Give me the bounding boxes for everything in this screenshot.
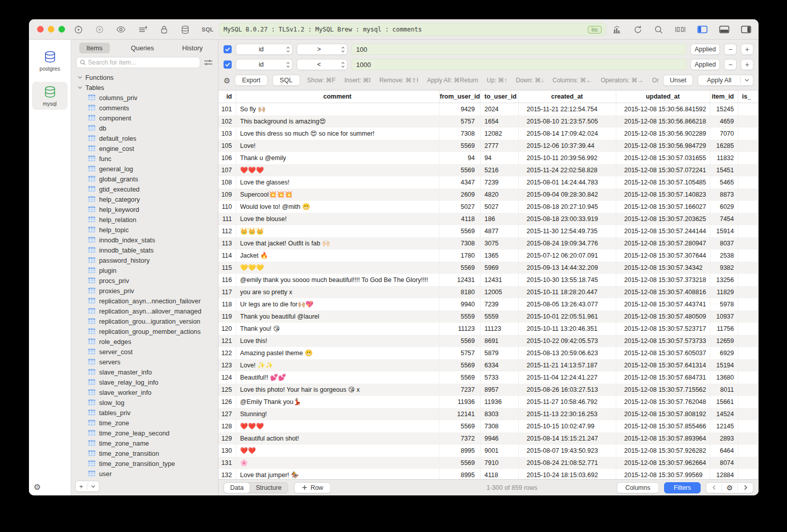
- cell[interactable]: 7308: [480, 420, 518, 432]
- cell[interactable]: 5569: [439, 371, 480, 384]
- cell[interactable]: Thank you! 😘: [236, 323, 439, 335]
- search-input[interactable]: Search for item...: [76, 57, 200, 68]
- tab-queries[interactable]: Queries: [123, 43, 161, 53]
- cell[interactable]: [738, 359, 759, 371]
- cell[interactable]: Beautiful action shot!: [236, 432, 439, 445]
- sidebar-table-item[interactable]: innodb_index_stats: [71, 235, 218, 245]
- table-row[interactable]: 132Love that jumper! 🏇899541182015-10-24…: [218, 469, 759, 480]
- column-header[interactable]: comment: [236, 90, 439, 103]
- table-row[interactable]: 126@Emily Thank you💃🏻11936119362015-11-2…: [218, 396, 759, 408]
- sidebar-table-item[interactable]: time_zone: [71, 418, 218, 428]
- cell[interactable]: Amazing pastel theme 😬: [236, 347, 439, 359]
- cell[interactable]: 2015-08-24 19:09:34.776: [518, 237, 616, 249]
- cell[interactable]: 2015-12-08 15:30:57.605037: [616, 347, 710, 359]
- sidebar-table-item[interactable]: time_zone_transition: [71, 448, 218, 458]
- cell[interactable]: 5978: [710, 298, 738, 310]
- sidebar-table-item[interactable]: default_roles: [71, 133, 218, 143]
- cell[interactable]: So fly 🙌🏼: [236, 103, 439, 115]
- toggle-bottom-panel-icon[interactable]: [719, 25, 730, 34]
- preview-eye-icon[interactable]: [116, 24, 126, 35]
- cell[interactable]: [738, 237, 759, 249]
- cell[interactable]: [738, 445, 759, 457]
- cell[interactable]: 125: [218, 384, 236, 396]
- cell[interactable]: Love this photo! Your hair is gorgeous 😘…: [236, 384, 439, 396]
- tab-history[interactable]: History: [175, 43, 210, 53]
- cell[interactable]: 121: [218, 335, 236, 347]
- cell[interactable]: 🌸: [236, 457, 439, 469]
- cell[interactable]: 14524: [710, 408, 738, 420]
- cell[interactable]: 107: [218, 164, 236, 176]
- cell[interactable]: 103: [218, 128, 236, 140]
- sidebar-table-item[interactable]: proxies_priv: [71, 286, 218, 296]
- cell[interactable]: Love the blouse!: [236, 213, 439, 225]
- table-row[interactable]: 112👑👑👑556948772015-11-30 12:54:49.735201…: [218, 225, 759, 237]
- cell[interactable]: 4659: [710, 115, 738, 128]
- minimize-window-button[interactable]: [48, 26, 54, 33]
- cell[interactable]: [738, 469, 759, 480]
- structure-list-icon[interactable]: [138, 25, 148, 34]
- prev-page-button[interactable]: [706, 483, 721, 493]
- cell[interactable]: 114: [218, 249, 236, 262]
- table-row[interactable]: 119Thank you beautiful @laurel5559555920…: [218, 310, 759, 323]
- cell[interactable]: 2015-10-24 18:15:03.692: [518, 469, 616, 480]
- cell[interactable]: [738, 286, 759, 298]
- table-row[interactable]: 108Love the glasses!434772392015-08-01 1…: [218, 176, 759, 189]
- cell[interactable]: 13256: [710, 274, 738, 286]
- cell[interactable]: 8011: [710, 384, 738, 396]
- cell[interactable]: [738, 371, 759, 384]
- cell[interactable]: 1365: [480, 249, 518, 262]
- cell[interactable]: 5569: [439, 457, 480, 469]
- sidebar-table-item[interactable]: innodb_table_stats: [71, 245, 218, 255]
- cell[interactable]: 5969: [480, 262, 518, 274]
- column-header[interactable]: is_: [738, 90, 759, 103]
- cell[interactable]: 101: [218, 103, 236, 115]
- cell[interactable]: 2015-08-05 13:26:43.077: [518, 298, 616, 310]
- cell[interactable]: @Emily Thank you💃🏻: [236, 396, 439, 408]
- applied-button[interactable]: Applied: [690, 44, 720, 55]
- cell[interactable]: [738, 189, 759, 201]
- table-row[interactable]: 121Love this!556986912015-10-22 09:42:05…: [218, 335, 759, 347]
- cell[interactable]: 2015-12-08 15:30:57.34342: [616, 262, 710, 274]
- sql-editor-icon[interactable]: SQL: [202, 26, 214, 33]
- close-window-button[interactable]: [37, 26, 44, 33]
- cell[interactable]: 5733: [480, 371, 518, 384]
- sidebar-table-item[interactable]: comments: [71, 103, 218, 113]
- toggle-left-sidebar-icon[interactable]: [697, 25, 708, 34]
- cell[interactable]: 9946: [480, 432, 518, 445]
- cell[interactable]: 116: [218, 274, 236, 286]
- sidebar-table-item[interactable]: plugin: [71, 265, 218, 275]
- cell[interactable]: [738, 335, 759, 347]
- cell[interactable]: Jacket 🔥: [236, 249, 439, 262]
- cell[interactable]: 5465: [710, 176, 738, 189]
- export-button[interactable]: Export: [235, 75, 267, 86]
- table-row[interactable]: 102This background is amazing😍5757165420…: [218, 115, 759, 128]
- sidebar-table-item[interactable]: user: [71, 468, 218, 479]
- cell[interactable]: 16285: [710, 140, 738, 152]
- filter-operator-select[interactable]: <: [297, 59, 348, 70]
- table-row[interactable]: 101So fly 🙌🏼942920242015-11-21 22:12:54.…: [218, 103, 759, 115]
- table-row[interactable]: 128❤️❤️❤️556973082015-10-15 10:02:47.992…: [218, 420, 759, 432]
- tree-section-functions[interactable]: Functions: [71, 72, 218, 82]
- cell[interactable]: 5559: [439, 310, 480, 323]
- cell[interactable]: 11936: [480, 396, 518, 408]
- sidebar-table-item[interactable]: help_keyword: [71, 204, 218, 214]
- cell[interactable]: 8074: [710, 457, 738, 469]
- cell[interactable]: 112: [218, 225, 236, 237]
- cell[interactable]: 9429: [439, 103, 480, 115]
- cell[interactable]: [738, 213, 759, 225]
- cell[interactable]: [738, 176, 759, 189]
- sidebar-table-item[interactable]: replication_asyn...ailover_managed: [71, 306, 218, 316]
- cell[interactable]: 2015-12-08 15:30:56.984729: [616, 140, 710, 152]
- sidebar-table-item[interactable]: component: [71, 113, 218, 123]
- cell[interactable]: 118: [218, 298, 236, 310]
- cell[interactable]: [738, 298, 759, 310]
- cell[interactable]: 4118: [439, 213, 480, 225]
- cell[interactable]: 👑👑👑: [236, 225, 439, 237]
- sidebar-table-item[interactable]: tables_priv: [71, 408, 218, 418]
- cell[interactable]: 2015-12-08 15:30:56.902289: [616, 128, 710, 140]
- cell[interactable]: 127: [218, 408, 236, 420]
- cell[interactable]: 2015-12-08 15:30:57.072241: [616, 164, 710, 176]
- cell[interactable]: 2015-08-18 20:27:10.945: [518, 201, 616, 213]
- cell[interactable]: 122: [218, 347, 236, 359]
- cell[interactable]: 113: [218, 237, 236, 249]
